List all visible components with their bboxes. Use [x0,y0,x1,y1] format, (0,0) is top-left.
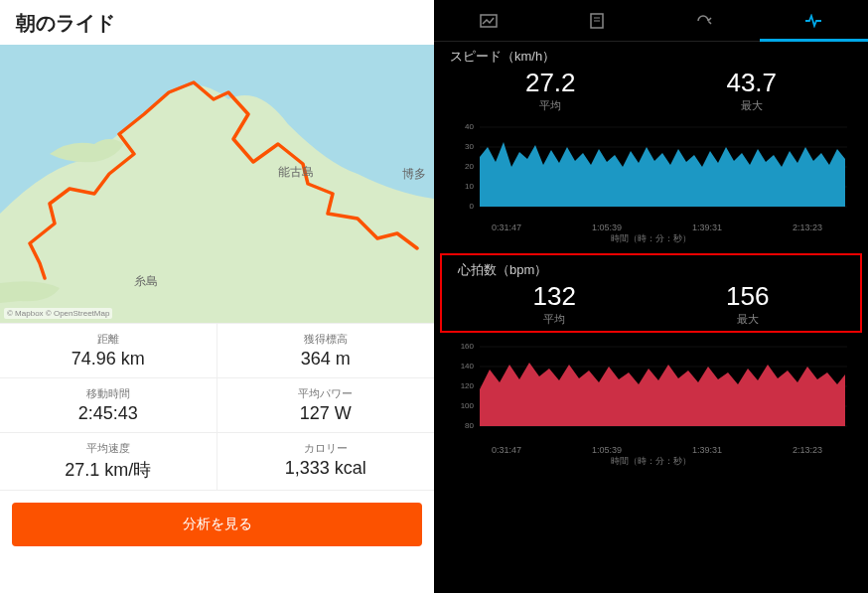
route-map[interactable]: 能古島 糸島 博多 © Mapbox © OpenStreetMap [0,45,434,323]
speed-max-label: 最大 [726,98,777,113]
speed-avg: 27.2平均 [525,68,576,113]
stat-distance: 距離74.96 km [0,324,217,378]
stat-avg-power: 平均パワー127 W [217,378,435,433]
speed-xaxis: 0:31:47 1:05:39 1:39:31 2:13:23 [450,221,852,232]
stat-label: カロリー [217,441,435,456]
ytick: 140 [461,362,475,371]
tab-stats[interactable] [542,0,651,41]
stat-calories: カロリー1,333 kcal [217,433,435,491]
hr-chart-svg: 160 140 120 100 80 [450,335,852,439]
xtick: 1:05:39 [592,222,622,232]
map-svg [0,45,434,323]
stat-value: 1,333 kcal [217,458,435,479]
hr-max-label: 最大 [726,312,769,327]
stat-label: 距離 [0,332,217,347]
analyze-button[interactable]: 分析を見る [12,503,422,546]
speed-xlabel: 時間（時：分：秒） [450,232,852,245]
speed-chart[interactable]: 40 30 20 10 0 0:31:47 1:05:39 1:39:31 2:… [434,117,868,251]
ytick: 0 [470,202,475,211]
stat-value: 364 m [217,349,435,370]
ytick: 160 [461,342,475,351]
document-icon [590,13,604,29]
xtick: 0:31:47 [492,222,521,232]
ytick: 30 [465,142,474,151]
lap-icon [695,14,715,28]
xtick: 1:05:39 [592,445,622,455]
speed-panel: スピード（km/h） 27.2平均 43.7最大 [434,42,868,117]
hr-xaxis: 0:31:47 1:05:39 1:39:31 2:13:23 [450,443,852,455]
tab-overview[interactable] [434,0,542,41]
image-icon [480,14,498,28]
ytick: 10 [465,182,474,191]
ytick: 20 [465,162,474,171]
hr-avg-value: 132 [533,281,576,312]
stat-label: 平均速度 [0,441,217,456]
tab-bar [434,0,868,42]
hr-max-value: 156 [726,281,769,312]
ytick: 40 [465,122,474,131]
xtick: 0:31:47 [492,445,521,455]
map-label-hakata: 博多 [402,166,426,183]
stat-value: 127 W [217,403,435,424]
xtick: 1:39:31 [692,222,722,232]
ytick: 100 [461,401,475,410]
speed-avg-label: 平均 [525,98,576,113]
tab-laps[interactable] [651,0,760,41]
speed-title: スピード（km/h） [450,48,852,66]
xtick: 1:39:31 [692,445,722,455]
speed-avg-value: 27.2 [525,68,576,98]
activity-summary-pane: 朝のライド 能古島 糸島 博多 © Mapbox © OpenStreetMap… [0,0,434,593]
hr-avg-label: 平均 [533,312,576,327]
hr-xlabel: 時間（時：分：秒） [450,455,852,468]
activity-title: 朝のライド [0,0,434,45]
ytick: 120 [461,381,475,390]
hr-chart[interactable]: 160 140 120 100 80 0:31:47 1:05:39 1:39:… [434,335,868,474]
hr-title: 心拍数（bpm） [458,261,844,279]
map-label-itoshima: 糸島 [134,273,158,290]
ytick: 80 [465,421,474,430]
stat-value: 74.96 km [0,349,217,370]
tab-charts[interactable] [760,0,868,41]
stat-value: 2:45:43 [0,403,217,424]
stats-grid: 距離74.96 km 獲得標高364 m 移動時間2:45:43 平均パワー12… [0,323,434,491]
speed-max: 43.7最大 [726,68,777,113]
stat-label: 移動時間 [0,386,217,401]
stat-label: 獲得標高 [217,332,435,347]
stat-value: 27.1 km/時 [0,458,217,482]
activity-charts-pane: スピード（km/h） 27.2平均 43.7最大 40 30 20 10 0 0… [434,0,868,593]
hr-panel-highlighted: 心拍数（bpm） 132平均 156最大 [440,253,862,333]
stat-avg-speed: 平均速度27.1 km/時 [0,433,217,491]
stat-moving-time: 移動時間2:45:43 [0,378,217,433]
speed-max-value: 43.7 [726,68,777,98]
speed-chart-svg: 40 30 20 10 0 [450,117,852,217]
pulse-icon [804,14,822,28]
xtick: 2:13:23 [793,222,822,232]
map-label-nokonoshima: 能古島 [278,164,314,181]
stat-elevation: 獲得標高364 m [217,324,435,378]
hr-avg: 132平均 [533,281,576,327]
hr-max: 156最大 [726,281,769,327]
xtick: 2:13:23 [793,445,822,455]
map-attribution: © Mapbox © OpenStreetMap [4,308,112,319]
stat-label: 平均パワー [217,386,435,401]
